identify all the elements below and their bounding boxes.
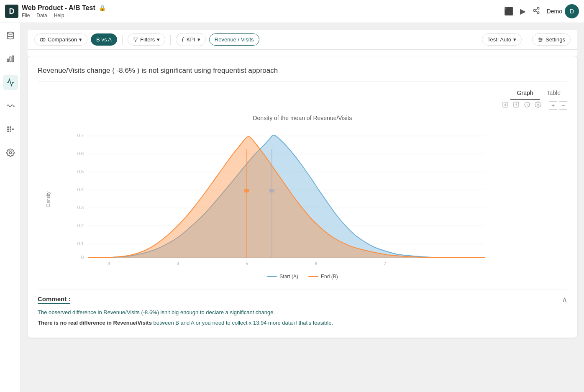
comment-line2-rest: between B and A or you need to collect x… [152, 320, 333, 326]
sidebar-icon-database[interactable] [3, 28, 18, 43]
filters-button[interactable]: Filters ▾ [128, 33, 165, 46]
svg-point-0 [537, 7, 539, 9]
svg-text:7: 7 [384, 261, 386, 266]
lock-icon: 🔒 [99, 5, 106, 11]
comment-line1: The observed difference in Revenue/Visit… [38, 308, 567, 317]
present-icon[interactable]: ⬛ [504, 7, 513, 16]
legend-item-a: Start (A) [267, 274, 298, 279]
test-label: Test: Auto [487, 36, 511, 43]
comment-line2-bold: There is no real difference in Revenue/V… [38, 320, 152, 326]
sidebar-icon-settings[interactable] [3, 145, 18, 160]
svg-rect-54 [244, 189, 249, 192]
content-area: Comparison ▾ B vs A Filters ▾ ƒ KPI ▾ [21, 23, 584, 392]
svg-point-13 [10, 127, 11, 128]
kpi-button[interactable]: ƒ KPI ▾ [176, 33, 205, 46]
svg-text:0.4: 0.4 [77, 187, 84, 192]
svg-text:0.6: 0.6 [77, 151, 84, 156]
nav-data[interactable]: Data [36, 13, 47, 18]
settings-label: Settings [546, 36, 565, 43]
card-divider [38, 82, 567, 82]
tab-graph[interactable]: Graph [510, 87, 540, 100]
svg-text:0.5: 0.5 [77, 169, 84, 174]
svg-point-23 [539, 38, 540, 38]
revenue-visits-label: Revenue / Visits [215, 36, 254, 43]
svg-text:0.3: 0.3 [77, 205, 84, 210]
tab-table[interactable]: Table [540, 87, 567, 100]
comment-section: Comment : ∧ The observed difference in R… [38, 290, 567, 328]
avatar[interactable]: D [565, 4, 579, 18]
title-section: Web Product - A/B Test 🔒 File Data Help [22, 4, 501, 18]
settings-button[interactable]: Settings [532, 33, 571, 46]
nav-file[interactable]: File [22, 13, 30, 18]
topbar: D Web Product - A/B Test 🔒 File Data Hel… [0, 0, 584, 23]
comment-collapse-button[interactable]: ∧ [562, 295, 567, 304]
svg-text:0.2: 0.2 [77, 223, 84, 228]
info-icon[interactable] [524, 101, 530, 110]
svg-point-12 [7, 127, 8, 128]
svg-point-9 [7, 129, 8, 130]
nav-links: File Data Help [22, 13, 501, 18]
chart-icon-row: + − [502, 101, 567, 110]
svg-marker-19 [133, 38, 138, 41]
legend-line-a [267, 276, 277, 277]
topbar-actions: ⬛ ▶ Demo D [504, 4, 579, 18]
comparison-button[interactable]: Comparison ▾ [34, 33, 87, 46]
play-icon[interactable]: ▶ [520, 7, 526, 16]
legend-line-b [308, 276, 318, 277]
test-button[interactable]: Test: Auto ▾ [482, 33, 522, 46]
view-tabs-section: Graph Table [502, 87, 567, 113]
demo-button[interactable]: Demo D [547, 4, 579, 18]
sidebar-icon-wave[interactable] [3, 98, 18, 113]
logo: D [5, 5, 18, 18]
y-axis-label: Density [46, 192, 51, 207]
comparison-chevron: ▾ [79, 36, 82, 43]
share-icon[interactable] [533, 7, 540, 16]
sidebar-icon-chart[interactable] [3, 75, 18, 90]
test-chevron: ▾ [513, 36, 516, 43]
gear-icon[interactable] [535, 101, 541, 110]
chart-title: Density of the mean of Revenue/Visits [42, 115, 563, 121]
toolbar: Comparison ▾ B vs A Filters ▾ ƒ KPI ▾ [28, 30, 577, 50]
density-chart: 0.7 0.6 0.5 0.4 0.3 0.2 0.1 0 3 4 5 6 7 [54, 128, 494, 270]
svg-point-11 [12, 129, 13, 130]
svg-point-25 [540, 41, 540, 41]
svg-point-31 [537, 104, 539, 105]
zoom-in-button[interactable]: + [549, 101, 557, 110]
toolbar-sep-3 [527, 35, 527, 45]
kpi-label: KPI [187, 36, 195, 43]
chart-legend: Start (A) End (B) [42, 274, 563, 279]
comment-label: Comment : [38, 295, 70, 304]
svg-line-3 [535, 11, 537, 12]
svg-line-4 [535, 8, 537, 10]
svg-point-5 [7, 32, 13, 34]
sidebar [0, 23, 21, 392]
svg-rect-7 [10, 57, 11, 62]
toolbar-wrapper: Comparison ▾ B vs A Filters ▾ ƒ KPI ▾ [28, 30, 577, 56]
svg-point-16 [9, 152, 11, 154]
nav-help[interactable]: Help [54, 13, 64, 18]
revenue-visits-button[interactable]: Revenue / Visits [209, 33, 259, 46]
download-csv-icon[interactable] [513, 101, 520, 110]
app-title: Web Product - A/B Test 🔒 [22, 4, 501, 12]
svg-rect-56 [269, 189, 274, 192]
legend-label-a: Start (A) [279, 274, 298, 279]
svg-text:6: 6 [315, 261, 317, 266]
toolbar-sep-2 [170, 35, 171, 45]
toolbar-right: Test: Auto ▾ Settings [482, 33, 571, 46]
demo-label: Demo [547, 8, 562, 15]
bvsa-label: B vs A [96, 36, 112, 43]
svg-point-14 [7, 131, 8, 132]
sidebar-icon-bars[interactable] [3, 51, 18, 67]
zoom-controls: + − [549, 101, 567, 110]
svg-rect-8 [12, 56, 13, 62]
filters-chevron: ▾ [157, 36, 160, 43]
filters-label: Filters [140, 36, 155, 43]
bvsa-button[interactable]: B vs A [91, 33, 117, 46]
comment-line2: There is no real difference in Revenue/V… [38, 319, 567, 328]
zoom-out-button[interactable]: − [559, 101, 567, 110]
card-title: Revenue/Visits change ( -8.6% ) is not s… [38, 67, 567, 75]
main-card: Revenue/Visits change ( -8.6% ) is not s… [28, 56, 577, 338]
download-png-icon[interactable] [502, 101, 509, 110]
comment-header: Comment : ∧ [38, 295, 567, 304]
sidebar-icon-dots[interactable] [3, 122, 18, 137]
